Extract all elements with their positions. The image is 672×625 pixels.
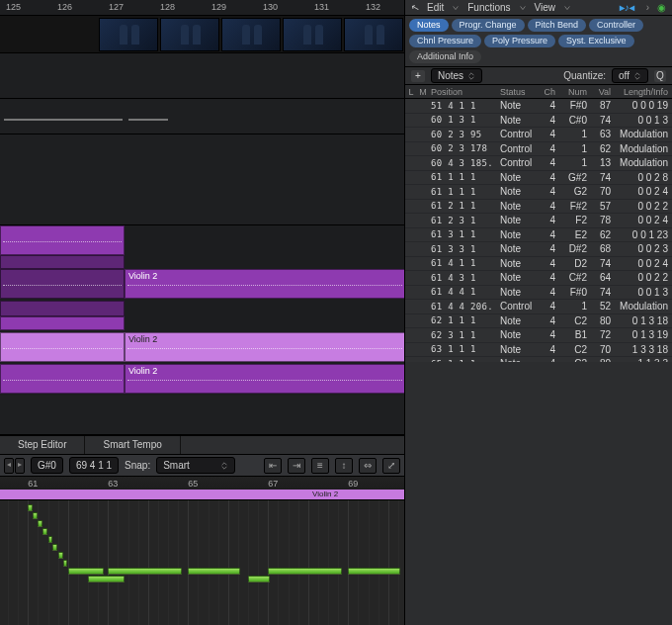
- event-row[interactable]: 61 2 3 1Note4F2780 0 2 4: [405, 214, 672, 228]
- timeline-ruler-bottom[interactable]: Violin 2 6163656769: [0, 477, 404, 500]
- menu-functions[interactable]: Functions: [467, 2, 510, 13]
- midi-note[interactable]: [88, 576, 124, 582]
- tool-collapse-icon[interactable]: ↕: [335, 458, 353, 474]
- col-length[interactable]: Length/Info: [613, 87, 672, 97]
- midi-note[interactable]: [268, 568, 342, 575]
- video-thumbnail[interactable]: [344, 18, 403, 51]
- midi-note[interactable]: [248, 576, 270, 582]
- midi-note[interactable]: [38, 520, 42, 527]
- quantize-apply-button[interactable]: Q: [654, 70, 666, 82]
- midi-note[interactable]: [63, 560, 68, 567]
- add-event-button[interactable]: +: [411, 70, 425, 82]
- event-row[interactable]: 60 4 3 185.Control4113Modulation: [405, 156, 672, 171]
- tool-split-icon[interactable]: ≡: [311, 458, 329, 474]
- add-type-select[interactable]: Notes: [431, 68, 482, 83]
- tool-zoom-icon[interactable]: ⤢: [382, 458, 400, 474]
- menu-edit[interactable]: Edit: [427, 2, 444, 13]
- video-thumbnail[interactable]: [221, 18, 281, 51]
- event-row[interactable]: 61 3 3 1Note4D#2680 0 2 3: [405, 242, 672, 257]
- video-thumbnail[interactable]: [160, 18, 219, 51]
- tool-in-icon[interactable]: ⇤: [264, 458, 282, 474]
- midi-note[interactable]: [68, 568, 104, 575]
- event-row[interactable]: 61 4 3 1Note4C#2640 0 2 2: [405, 271, 672, 286]
- event-row[interactable]: 61 4 4 1Note4F#0740 0 1 3: [405, 286, 672, 301]
- marker-strip[interactable]: Violin 2: [0, 490, 404, 499]
- event-row[interactable]: 62 1 1 1Note4C2800 1 3 18: [405, 314, 672, 329]
- marker-label: Violin 2: [312, 490, 338, 498]
- midi-region[interactable]: [0, 332, 125, 362]
- midi-region[interactable]: [0, 255, 125, 269]
- snap-select[interactable]: Smart: [156, 457, 235, 474]
- col-M[interactable]: M: [417, 87, 429, 97]
- midi-region[interactable]: [0, 225, 125, 255]
- piano-roll-grid[interactable]: [0, 500, 404, 625]
- track-region-area[interactable]: Violin 2 Violin 2 Violin 2: [0, 53, 404, 435]
- editor-tabs: Step Editor Smart Tempo: [0, 435, 404, 455]
- catch-icon[interactable]: ↖: [410, 1, 421, 14]
- event-rows[interactable]: 51 4 1 1Note4F#0870 0 0 1960 1 3 1Note4C…: [405, 99, 672, 362]
- pill-additional-info[interactable]: Additional Info: [409, 50, 481, 63]
- video-thumbnail[interactable]: [283, 18, 342, 51]
- midi-note[interactable]: [28, 504, 33, 511]
- event-row[interactable]: 61 1 1 1Note4G#2740 0 2 8: [405, 171, 672, 186]
- video-thumbnail[interactable]: [99, 18, 158, 51]
- event-row[interactable]: 61 4 4 206.Control4152Modulation: [405, 300, 672, 314]
- event-row[interactable]: 62 3 1 1Note4B1720 1 3 19: [405, 328, 672, 343]
- pill-controller[interactable]: Controller: [589, 19, 643, 32]
- midi-note[interactable]: [348, 568, 400, 575]
- event-row[interactable]: 63 1 1 1Note4C2701 3 3 18: [405, 343, 672, 358]
- col-num[interactable]: Num: [557, 87, 591, 97]
- col-L[interactable]: L: [405, 87, 417, 97]
- pill-poly-pressure[interactable]: Poly Pressure: [484, 35, 555, 47]
- midi-note[interactable]: [58, 552, 63, 559]
- event-row[interactable]: 60 2 3 178Control4162Modulation: [405, 142, 672, 157]
- position-field[interactable]: 69 4 1 1: [69, 457, 119, 474]
- col-val[interactable]: Val: [591, 87, 613, 97]
- event-row[interactable]: 51 4 1 1Note4F#0870 0 0 19: [405, 99, 672, 114]
- midi-region[interactable]: [0, 364, 125, 394]
- col-position[interactable]: Position: [429, 87, 500, 97]
- pill-progr-change[interactable]: Progr. Change: [452, 19, 525, 32]
- tab-step-editor[interactable]: Step Editor: [0, 436, 85, 454]
- event-row[interactable]: 61 4 1 1Note4D2740 0 2 4: [405, 257, 672, 272]
- midi-region-violin2[interactable]: Violin 2: [125, 269, 404, 299]
- video-thumbnail-row: [0, 16, 404, 53]
- menu-view[interactable]: View: [535, 2, 556, 13]
- quantize-select[interactable]: off: [612, 68, 648, 83]
- midi-note[interactable]: [108, 568, 182, 575]
- timeline-ruler-top[interactable]: 125126127128129130131132: [0, 0, 404, 16]
- midi-note[interactable]: [42, 528, 47, 535]
- event-row[interactable]: 60 1 3 1Note4C#0740 0 1 3: [405, 114, 672, 129]
- pitch-field[interactable]: G#0: [31, 457, 63, 474]
- midi-region[interactable]: [0, 301, 125, 316]
- pill-syst-exclusive[interactable]: Syst. Exclusive: [558, 35, 634, 47]
- midi-region[interactable]: [0, 316, 125, 330]
- piano-roll-area[interactable]: Violin 2 6163656769: [0, 477, 404, 625]
- event-row[interactable]: 61 1 1 1Note4G2700 0 2 4: [405, 185, 672, 200]
- midi-note[interactable]: [188, 568, 240, 575]
- col-ch[interactable]: Ch: [540, 87, 557, 97]
- tool-out-icon[interactable]: ⇥: [288, 458, 305, 474]
- pill-notes[interactable]: Notes: [409, 19, 449, 32]
- event-row[interactable]: 61 3 1 1Note4E2620 0 1 23: [405, 228, 672, 243]
- pill-pitch-bend[interactable]: Pitch Bend: [528, 19, 587, 32]
- history-arrows[interactable]: ◂▸: [4, 458, 25, 474]
- event-row[interactable]: 60 2 3 95Control4163Modulation: [405, 128, 672, 142]
- tab-smart-tempo[interactable]: Smart Tempo: [85, 436, 180, 454]
- pill-chnl-pressure[interactable]: Chnl Pressure: [409, 35, 481, 47]
- chevron-down-icon: [452, 4, 460, 12]
- midi-note[interactable]: [48, 536, 53, 543]
- midi-region[interactable]: [0, 269, 125, 299]
- col-status[interactable]: Status: [500, 87, 540, 97]
- ruler-tick: 129: [211, 2, 226, 12]
- event-list-toolbar: + Notes Quantize: off Q: [405, 67, 672, 85]
- tool-link-icon[interactable]: ⇔: [359, 458, 377, 474]
- link-icon[interactable]: ◉: [657, 2, 666, 13]
- midi-note[interactable]: [52, 544, 57, 551]
- midi-in-icon[interactable]: ▸♪◂: [620, 2, 634, 13]
- event-row[interactable]: 61 2 1 1Note4F#2570 0 2 2: [405, 200, 672, 215]
- midi-note[interactable]: [33, 512, 38, 519]
- chevron-updown-icon: [220, 462, 228, 470]
- midi-region-violin2[interactable]: Violin 2: [125, 364, 404, 394]
- midi-region-violin2-selected[interactable]: Violin 2: [125, 332, 404, 362]
